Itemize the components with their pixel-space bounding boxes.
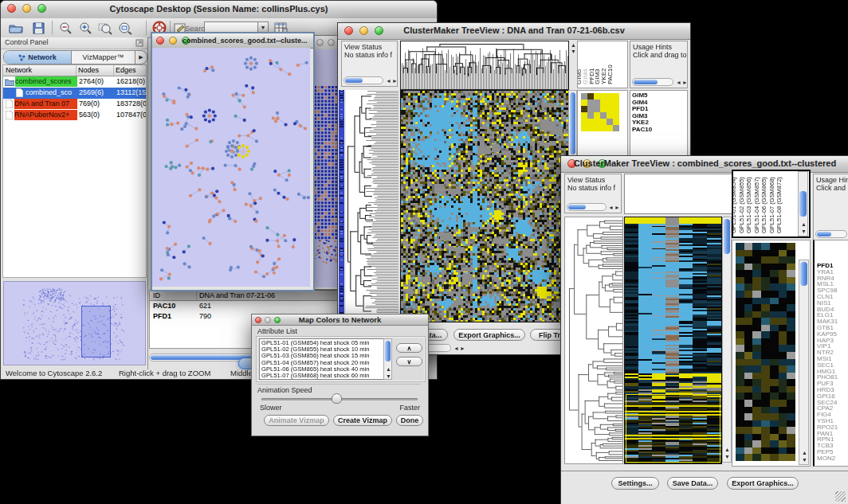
usage-hints-scrollbar[interactable]: [632, 78, 673, 86]
open-session-button[interactable]: [7, 20, 25, 36]
scroll-thumb[interactable]: [817, 232, 831, 236]
matrix-cell[interactable]: [581, 93, 587, 100]
column-label[interactable]: GPL51-07 (GSM868): [768, 177, 775, 233]
zoom-fit-button[interactable]: [116, 20, 134, 36]
scroll-right-arrow[interactable]: ►: [682, 80, 688, 85]
usage-hints-scrollbar[interactable]: [815, 230, 847, 238]
matrix-cell[interactable]: [600, 93, 607, 100]
matrix-cell[interactable]: [607, 106, 613, 112]
scroll-thumb[interactable]: [568, 205, 586, 209]
zoom-in-button[interactable]: [77, 20, 94, 36]
column-label[interactable]: GPL51-08 (GSM872): [775, 177, 783, 233]
column-label[interactable]: GPL51-06 (GSM865): [760, 177, 768, 233]
save-session-button[interactable]: [29, 20, 47, 36]
col-network[interactable]: Network: [6, 65, 77, 76]
col-edges[interactable]: Edges: [116, 65, 147, 76]
matrix-cell[interactable]: [594, 93, 600, 100]
network-row[interactable]: DNA and Tran 07 769(0) 183728(0): [3, 99, 146, 110]
tv2-save-data-button[interactable]: Save Data...: [667, 477, 718, 490]
matrix-cell[interactable]: [587, 106, 594, 112]
matrix-cell[interactable]: [613, 112, 619, 119]
matrix-cell[interactable]: [600, 106, 607, 112]
column-label[interactable]: GPL51-03 (GSM856): [745, 177, 752, 233]
tv1-column-dendrogram-canvas[interactable]: [400, 41, 569, 90]
scroll-thumb[interactable]: [634, 80, 658, 84]
matrix-cell[interactable]: [600, 112, 607, 119]
matrix-cell[interactable]: [600, 100, 607, 106]
matrix-cell[interactable]: [613, 93, 619, 100]
birdseye-panel[interactable]: [3, 281, 146, 365]
network-row[interactable]: combined_scores 2764(0) 16218(0): [3, 76, 146, 88]
tab-network[interactable]: Network: [4, 51, 72, 64]
column-label[interactable]: GPL51-02 (GSM855): [738, 177, 745, 233]
matrix-cell[interactable]: [594, 125, 600, 131]
tv2-gene-scrollbar[interactable]: ▲ ▼: [799, 260, 809, 465]
scroll-left-arrow[interactable]: ◄: [676, 80, 681, 85]
speed-slider-thumb[interactable]: [332, 393, 342, 404]
close-button[interactable]: [156, 37, 164, 45]
tv2-zoom-heatmap-canvas[interactable]: [736, 243, 795, 461]
matrix-cell[interactable]: [581, 106, 587, 112]
main-titlebar[interactable]: Cytoscape Desktop (Session Name: collins…: [1, 1, 437, 19]
done-button[interactable]: Done: [396, 415, 423, 426]
tv2-settings-button[interactable]: Settings...: [611, 477, 659, 490]
scroll-left-arrow[interactable]: ◄: [453, 346, 459, 351]
matrix-cell[interactable]: [613, 100, 619, 106]
attribute-item[interactable]: GPL51-07 (GSM868) heat shock 60 min: [261, 373, 383, 379]
scroll-up-arrow[interactable]: ▲: [801, 221, 807, 227]
matrix-cell[interactable]: [594, 112, 600, 119]
tv2-labels-scrollbar[interactable]: ▲ ▼: [798, 171, 808, 236]
scroll-left-arrow[interactable]: ◄: [608, 205, 614, 210]
attribute-listbox[interactable]: GPL51-01 (GSM854) heat shock 05 minGPL51…: [259, 338, 385, 380]
zoom-out-button[interactable]: [57, 20, 74, 36]
treeview1-titlebar[interactable]: ClusterMaker TreeView : DNA and Tran 07-…: [338, 23, 690, 40]
tv1-correlation-matrix[interactable]: [581, 93, 619, 131]
network-graph-canvas[interactable]: [152, 48, 310, 287]
scroll-up-arrow[interactable]: ▲: [802, 450, 807, 455]
tv2-selection-rect[interactable]: [626, 394, 720, 463]
matrix-cell[interactable]: [594, 106, 600, 112]
scroll-thumb[interactable]: [570, 92, 575, 154]
matrix-cell[interactable]: [607, 93, 613, 100]
close-button[interactable]: [316, 39, 324, 46]
tv2-row-dendrogram-canvas[interactable]: [564, 217, 623, 464]
birdseye-viewport[interactable]: [81, 306, 111, 357]
view-status-scrollbar[interactable]: [567, 203, 607, 211]
matrix-cell[interactable]: [613, 106, 619, 112]
scroll-up-arrow[interactable]: ▲: [386, 366, 391, 372]
column-label[interactable]: GPL51-04 (GSM857): [753, 177, 760, 233]
matrix-cell[interactable]: [587, 100, 594, 106]
matrix-cell[interactable]: [607, 125, 613, 131]
matrix-cell[interactable]: [581, 100, 587, 106]
matrix-cell[interactable]: [587, 112, 594, 119]
matrix-cell[interactable]: [587, 119, 594, 125]
attribute-list-scrollbar[interactable]: ▲ ▼: [383, 338, 392, 380]
minimize-button[interactable]: [328, 39, 335, 46]
matrix-cell[interactable]: [600, 125, 607, 131]
row-label[interactable]: PAC10: [632, 127, 652, 134]
matrix-cell[interactable]: [613, 119, 619, 125]
scroll-thumb[interactable]: [345, 78, 363, 83]
tv2-export-graphics-button[interactable]: Export Graphics...: [727, 477, 799, 490]
network-view-window[interactable]: combined_scores_good.txt--cluste...: [151, 32, 315, 291]
matrix-cell[interactable]: [607, 119, 613, 125]
scroll-thumb[interactable]: [724, 219, 730, 254]
animate-vizmap-button[interactable]: Animate Vizmap: [264, 415, 329, 426]
float-panel-icon[interactable]: [135, 39, 143, 47]
tv1-row-dendrogram-canvas[interactable]: [346, 90, 398, 321]
scroll-thumb[interactable]: [799, 191, 807, 217]
matrix-cell[interactable]: [587, 125, 594, 131]
tv1-atr-down-arrow[interactable]: ▼: [571, 49, 576, 54]
col-id[interactable]: ID: [153, 291, 197, 300]
scroll-right-arrow[interactable]: ►: [460, 346, 465, 351]
tv1-export-graphics-button[interactable]: Export Graphics...: [453, 329, 525, 341]
col-nodes[interactable]: Nodes: [78, 65, 114, 76]
move-down-button[interactable]: ∨: [396, 357, 422, 366]
scroll-up-arrow[interactable]: ▲: [724, 447, 730, 452]
column-label[interactable]: PAC10: [607, 64, 614, 84]
matrix-cell[interactable]: [581, 112, 587, 119]
tv1-heatmap-canvas[interactable]: [400, 90, 569, 322]
tab-vizmapper[interactable]: VizMapper™: [72, 51, 135, 64]
network-row-selected[interactable]: combined_sco 2569(6) 13112(15): [3, 88, 146, 99]
scroll-down-arrow[interactable]: ▼: [724, 454, 730, 459]
